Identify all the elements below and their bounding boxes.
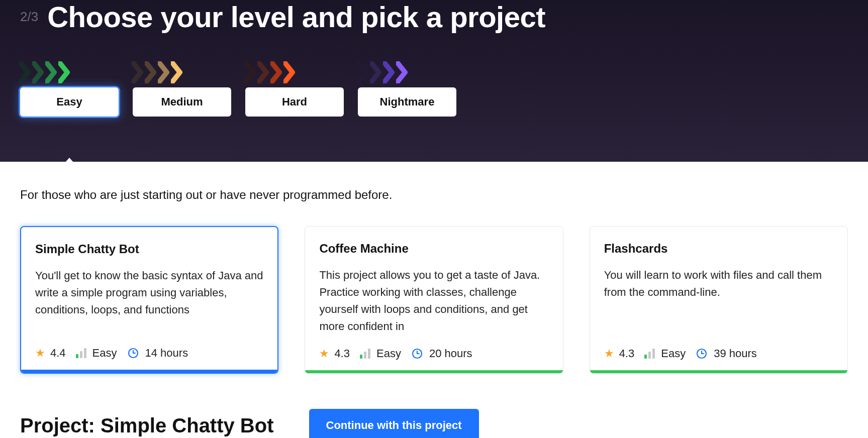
card-accent-bar <box>305 370 562 373</box>
selected-project-heading: Project: Simple Chatty Bot <box>20 414 274 437</box>
level-intro-text: For those who are just starting out or h… <box>20 188 848 202</box>
project-rating: 4.3 <box>619 347 635 360</box>
chevron-icon <box>270 61 283 83</box>
project-card[interactable]: Flashcards You will learn to work with f… <box>590 226 848 374</box>
hero-section: 2/3 Choose your level and pick a project… <box>0 0 868 162</box>
project-footer: Project: Simple Chatty Bot Continue with… <box>20 409 848 438</box>
star-icon: ★ <box>319 347 329 360</box>
project-level: Easy <box>661 347 686 360</box>
clock-icon <box>127 347 139 359</box>
project-rating: 4.4 <box>50 347 66 360</box>
chevron-icon <box>244 61 257 83</box>
project-card-meta: ★ 4.3 Easy 39 hours <box>604 347 833 360</box>
chevron-icon <box>396 61 409 83</box>
chevrons-icon <box>19 61 71 83</box>
chevron-icon <box>257 61 270 83</box>
level-button-medium[interactable]: Medium <box>133 87 231 117</box>
project-card-title: Coffee Machine <box>319 242 548 256</box>
chevron-icon <box>357 61 370 83</box>
content-section: For those who are just starting out or h… <box>0 162 868 438</box>
chevron-icon <box>132 61 145 83</box>
chevrons-icon <box>132 61 184 83</box>
level-group-nightmare: Nightmare <box>358 61 456 117</box>
chevron-icon <box>370 61 383 83</box>
chevron-icon <box>32 61 45 83</box>
levels-row: Easy Medium Hard Nightmare <box>20 61 848 117</box>
card-accent-bar <box>590 370 847 373</box>
chevron-icon <box>58 61 71 83</box>
star-icon: ★ <box>604 347 614 360</box>
level-button-hard[interactable]: Hard <box>245 87 344 117</box>
project-card[interactable]: Simple Chatty Bot You'll get to know the… <box>20 226 278 374</box>
page-title: Choose your level and pick a project <box>47 0 545 34</box>
project-card-description: This project allows you to get a taste o… <box>319 267 548 335</box>
continue-button[interactable]: Continue with this project <box>309 409 479 438</box>
chevrons-icon <box>244 61 297 83</box>
star-icon: ★ <box>35 347 45 360</box>
level-group-easy: Easy <box>20 61 119 117</box>
project-card[interactable]: Coffee Machine This project allows you t… <box>305 226 563 374</box>
project-card-description: You will learn to work with files and ca… <box>604 267 833 335</box>
chevron-icon <box>145 61 158 83</box>
project-card-meta: ★ 4.4 Easy 14 hours <box>35 347 263 360</box>
level-group-hard: Hard <box>245 61 344 117</box>
difficulty-bars-icon <box>644 349 655 359</box>
chevron-icon <box>45 61 58 83</box>
project-hours: 20 hours <box>429 347 472 360</box>
project-level: Easy <box>92 347 117 360</box>
hero-title-row: 2/3 Choose your level and pick a project <box>20 0 848 34</box>
level-group-medium: Medium <box>133 61 231 117</box>
projects-row: Simple Chatty Bot You'll get to know the… <box>20 226 848 374</box>
project-rating: 4.3 <box>334 347 350 360</box>
project-card-title: Simple Chatty Bot <box>35 242 263 256</box>
chevron-icon <box>283 61 297 83</box>
step-counter: 2/3 <box>20 9 38 25</box>
card-accent-bar <box>21 370 277 373</box>
clock-icon <box>696 348 708 360</box>
project-card-description: You'll get to know the basic syntax of J… <box>35 267 263 335</box>
chevrons-icon <box>357 61 409 83</box>
project-card-title: Flashcards <box>604 242 833 256</box>
project-hours: 39 hours <box>714 347 757 360</box>
difficulty-bars-icon <box>76 348 86 358</box>
chevron-icon <box>383 61 396 83</box>
chevron-icon <box>171 61 184 83</box>
level-button-nightmare[interactable]: Nightmare <box>358 87 456 117</box>
clock-icon <box>411 348 423 360</box>
level-button-easy[interactable]: Easy <box>20 87 119 117</box>
project-card-meta: ★ 4.3 Easy 20 hours <box>319 347 548 360</box>
project-level: Easy <box>376 347 401 360</box>
difficulty-bars-icon <box>360 349 370 359</box>
chevron-icon <box>19 61 32 83</box>
project-hours: 14 hours <box>145 347 188 360</box>
chevron-icon <box>158 61 171 83</box>
